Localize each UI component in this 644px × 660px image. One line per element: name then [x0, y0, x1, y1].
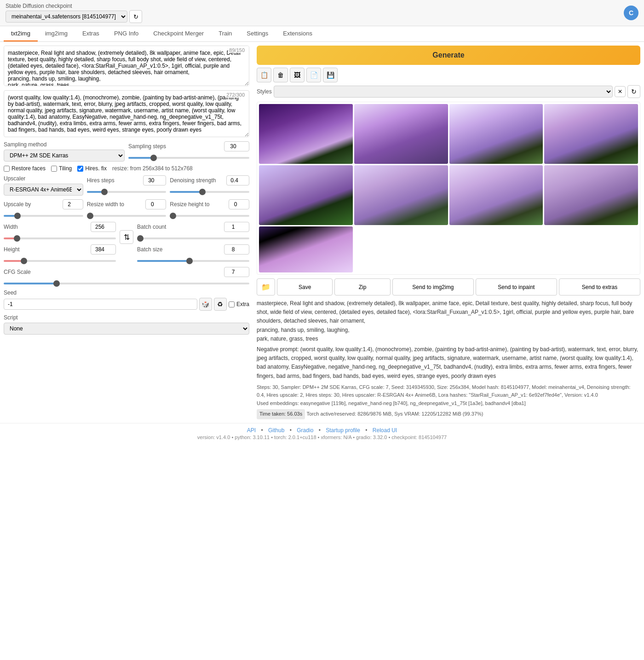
script-label: Script — [4, 314, 249, 321]
resize-info: resize: from 256x384 to 512x768 — [112, 165, 193, 172]
checkpoint-select-row: meinahentai_v4.safetensors [8145104977] … — [6, 10, 142, 23]
image-thumb-1[interactable] — [259, 104, 353, 164]
height-label: Height — [4, 246, 20, 253]
sampling-steps-input[interactable] — [224, 141, 249, 151]
toolbar-icon-trash[interactable]: 🗑 — [273, 68, 288, 82]
height-input[interactable] — [91, 244, 116, 255]
batch-size-input[interactable] — [224, 244, 249, 255]
extra-checkbox[interactable]: Extra — [229, 301, 249, 307]
tab-pnginfo[interactable]: PNG Info — [107, 26, 146, 41]
sampling-steps-label: Sampling steps — [128, 143, 166, 150]
hires-steps-slider[interactable] — [87, 191, 167, 193]
batch-count-input[interactable] — [224, 222, 249, 232]
tab-settings[interactable]: Settings — [239, 26, 276, 41]
seed-input[interactable] — [4, 299, 197, 310]
image-thumb-5[interactable] — [259, 165, 353, 225]
hires-steps-input[interactable] — [143, 175, 166, 185]
upscale-by-slider[interactable] — [4, 215, 83, 217]
footer-gradio-link[interactable]: Gradio — [297, 427, 313, 434]
top-bar-left: Stable Diffusion checkpoint meinahentai_… — [6, 3, 142, 23]
positive-prompt-input[interactable]: masterpiece, Real light and shadow, (ext… — [4, 46, 249, 86]
toolbar-icons-row: 📋 🗑 🖼 📄 💾 — [257, 68, 640, 82]
options-row: Restore faces Tiling Hires. fix resize: … — [4, 165, 249, 172]
image-thumb-2[interactable] — [354, 104, 448, 164]
upscale-by-group: Upscale by — [4, 199, 83, 218]
cfg-slider[interactable] — [4, 283, 249, 284]
restore-faces-checkbox[interactable]: Restore faces — [4, 165, 46, 172]
send-to-extras-button[interactable]: Send to extras — [559, 278, 640, 295]
image-gallery-scroll[interactable] — [257, 102, 640, 275]
footer-api-link[interactable]: API — [247, 427, 256, 434]
seed-recycle-button[interactable]: ♻ — [214, 298, 227, 311]
tab-txt2img[interactable]: txt2img — [4, 26, 38, 41]
seed-dice-button[interactable]: 🎲 — [199, 298, 212, 311]
resize-width-label: Resize width to — [87, 201, 124, 208]
upscale-by-input[interactable] — [63, 199, 83, 209]
upscaler-group: Upscaler R-ESRGAN 4x+ Anime6B Latent Lan… — [4, 175, 83, 196]
resize-height-input[interactable] — [229, 199, 249, 209]
hires-fix-checkbox[interactable]: Hires. fix — [77, 165, 107, 172]
tab-extensions[interactable]: Extensions — [276, 26, 320, 41]
tiling-checkbox[interactable]: Tiling — [51, 165, 72, 172]
swap-dimensions-button[interactable]: ⇅ — [120, 230, 133, 244]
main-tabs: txt2img img2img Extras PNG Info Checkpoi… — [0, 26, 644, 42]
generate-button[interactable]: Generate — [257, 46, 640, 65]
styles-select[interactable] — [274, 86, 613, 98]
output-info-display: Steps: 30, Sampler: DPM++ 2M SDE Karras,… — [257, 383, 640, 408]
save-button[interactable]: Save — [277, 278, 333, 295]
width-input[interactable] — [91, 222, 116, 232]
styles-x-button[interactable]: ✕ — [615, 86, 626, 97]
tab-train[interactable]: Train — [211, 26, 239, 41]
footer-reload-link[interactable]: Reload UI — [373, 427, 397, 434]
batch-size-label: Batch size — [137, 246, 162, 253]
checkpoint-dropdown[interactable]: meinahentai_v4.safetensors [8145104977] — [6, 11, 127, 23]
checkpoint-refresh-button[interactable]: ↻ — [129, 10, 142, 23]
styles-row: Styles ✕ ↻ — [257, 85, 640, 98]
denoising-group: Denoising strength — [170, 175, 249, 196]
image-thumb-6[interactable] — [354, 165, 448, 225]
image-thumb-8[interactable] — [544, 165, 638, 225]
right-panel: Generate 📋 🗑 🖼 📄 💾 Styles ✕ ↻ — [253, 42, 644, 423]
toolbar-icon-doc[interactable]: 📄 — [306, 68, 321, 82]
toolbar-icon-save[interactable]: 💾 — [323, 68, 338, 82]
denoising-slider[interactable] — [170, 191, 249, 193]
batch-size-slider[interactable] — [137, 260, 249, 262]
footer: API • Github • Gradio • Startup profile … — [0, 423, 644, 444]
height-slider[interactable] — [4, 260, 116, 262]
toolbar-icon-paste[interactable]: 📋 — [257, 68, 271, 82]
open-folder-button[interactable]: 📁 — [257, 278, 275, 295]
batch-group: Batch count Batch size — [137, 222, 249, 263]
styles-label: Styles — [257, 88, 272, 95]
styles-refresh-button[interactable]: ↻ — [627, 85, 640, 98]
toolbar-icon-image[interactable]: 🖼 — [290, 68, 305, 82]
seed-row: 🎲 ♻ Extra — [4, 298, 249, 311]
width-slider[interactable] — [4, 237, 116, 239]
resize-width-slider[interactable] — [87, 215, 167, 217]
footer-github-link[interactable]: Github — [268, 427, 284, 434]
footer-startup-link[interactable]: Startup profile — [326, 427, 360, 434]
resize-width-input[interactable] — [145, 199, 166, 209]
tab-img2img[interactable]: img2img — [38, 26, 75, 41]
checkpoint-section: Stable Diffusion checkpoint meinahentai_… — [6, 3, 142, 23]
sampling-method-select[interactable]: DPM++ 2M SDE Karras Euler a Euler — [4, 150, 125, 162]
sampling-steps-slider[interactable] — [128, 157, 249, 159]
script-select[interactable]: None — [4, 323, 249, 335]
resize-height-slider[interactable] — [170, 215, 249, 217]
tab-checkpoint-merger[interactable]: Checkpoint Merger — [146, 26, 211, 41]
cfg-input[interactable] — [224, 267, 249, 277]
image-thumb-4[interactable] — [544, 104, 638, 164]
zip-button[interactable]: Zip — [334, 278, 390, 295]
sampling-steps-group: Sampling steps — [128, 141, 249, 160]
image-thumb-3[interactable] — [449, 104, 543, 164]
footer-version: version: v1.4.0 • python: 3.10.11 • torc… — [4, 434, 640, 440]
denoising-input[interactable] — [226, 175, 249, 185]
upscaler-select[interactable]: R-ESRGAN 4x+ Anime6B Latent Lanczos — [4, 184, 83, 196]
batch-count-slider[interactable] — [137, 237, 249, 239]
negative-prompt-input[interactable]: (worst quality, low quality:1.4), (monoc… — [4, 90, 249, 137]
tab-extras[interactable]: Extras — [75, 26, 107, 41]
time-taken-row: Time taken: 56.03s Torch active/reserved… — [257, 409, 640, 419]
send-to-inpaint-button[interactable]: Send to inpaint — [476, 278, 557, 295]
send-to-img2img-button[interactable]: Send to img2img — [392, 278, 474, 295]
image-thumb-7[interactable] — [449, 165, 543, 225]
image-thumb-9[interactable] — [259, 226, 353, 272]
